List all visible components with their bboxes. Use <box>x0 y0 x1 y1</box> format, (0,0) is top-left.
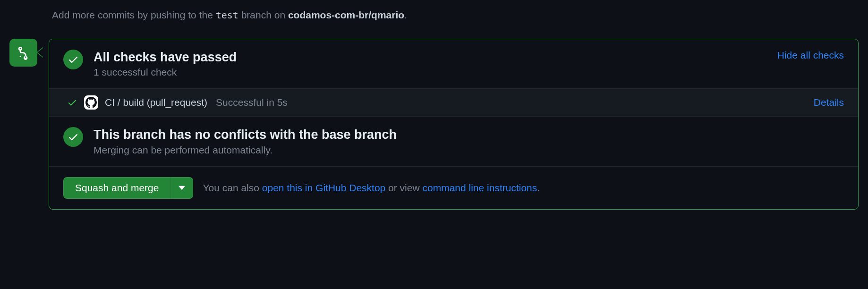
merge-footer: Squash and merge You can also open this … <box>49 167 858 209</box>
checks-subtitle: 1 successful check <box>94 67 777 78</box>
hint-middle: branch on <box>238 9 288 20</box>
conflicts-title-block: This branch has no conflicts with the ba… <box>94 127 844 155</box>
conflicts-title: This branch has no conflicts with the ba… <box>94 127 844 142</box>
hint-suffix: . <box>404 9 407 20</box>
hint-branch: test <box>216 9 238 21</box>
merge-state-icon-box <box>9 39 37 67</box>
open-desktop-link[interactable]: open this in GitHub Desktop <box>262 182 385 193</box>
hint-repo: codamos-com-br/qmario <box>288 9 404 20</box>
conflicts-section: This branch has no conflicts with the ba… <box>49 117 858 166</box>
conflicts-subtitle: Merging can be performed automatically. <box>94 144 844 156</box>
push-hint: Add more commits by pushing to the test … <box>52 9 859 21</box>
merge-method-dropdown[interactable] <box>170 177 193 199</box>
squash-merge-button[interactable]: Squash and merge <box>63 177 170 199</box>
merge-container: All checks have passed 1 successful chec… <box>9 39 859 210</box>
check-icon <box>67 97 77 108</box>
checks-title: All checks have passed <box>94 50 777 65</box>
github-actions-avatar <box>84 95 98 110</box>
status-circle-success <box>63 127 83 147</box>
check-item-row: CI / build (pull_request) Successful in … <box>49 89 858 117</box>
merge-panel: All checks have passed 1 successful chec… <box>49 39 859 210</box>
footer-middle: or view <box>385 182 422 193</box>
check-icon <box>68 131 79 143</box>
caret-down-icon <box>179 186 185 190</box>
toggle-checks-link[interactable]: Hide all checks <box>777 50 844 61</box>
check-details-link[interactable]: Details <box>814 97 844 108</box>
checks-summary-section: All checks have passed 1 successful chec… <box>49 39 858 89</box>
check-item-name[interactable]: CI / build (pull_request) <box>105 97 207 108</box>
status-circle-success <box>63 50 83 69</box>
check-icon <box>68 54 79 65</box>
merge-button-group: Squash and merge <box>63 177 193 199</box>
merge-footer-text: You can also open this in GitHub Desktop… <box>203 182 540 194</box>
check-item-status: Successful in 5s <box>216 97 814 108</box>
footer-prefix: You can also <box>203 182 262 193</box>
checks-title-block: All checks have passed 1 successful chec… <box>94 50 777 78</box>
github-mark-icon <box>85 97 97 108</box>
git-merge-icon <box>17 46 31 60</box>
footer-suffix: . <box>537 182 540 193</box>
cli-instructions-link[interactable]: command line instructions <box>422 182 537 193</box>
hint-prefix: Add more commits by pushing to the <box>52 9 216 20</box>
